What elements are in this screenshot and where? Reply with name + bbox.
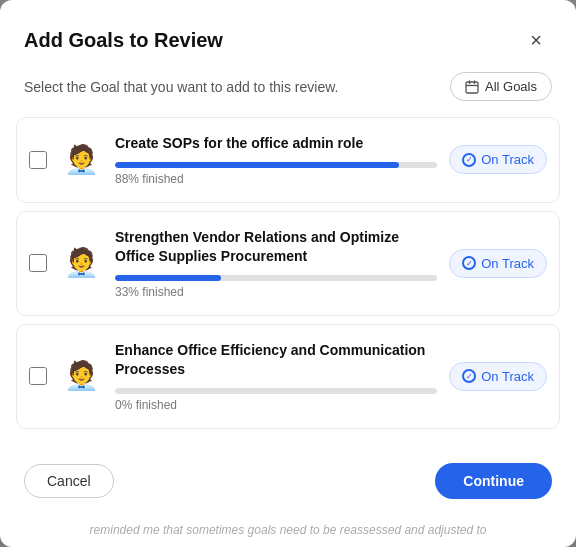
goal-status-3: ✓ On Track xyxy=(449,362,547,391)
goals-list: 🧑‍💼 Create SOPs for the office admin rol… xyxy=(0,117,576,447)
close-button[interactable]: × xyxy=(520,24,552,56)
modal-header: Add Goals to Review × xyxy=(0,0,576,72)
progress-fill-1 xyxy=(115,162,399,168)
progress-fill-2 xyxy=(115,275,221,281)
progress-track-2 xyxy=(115,275,437,281)
goal-title-3: Enhance Office Efficiency and Communicat… xyxy=(115,341,437,380)
calendar-icon xyxy=(465,80,479,94)
bottom-hint: reminded me that sometimes goals need to… xyxy=(0,523,576,547)
goal-checkbox-3[interactable] xyxy=(29,367,47,385)
goal-item-1: 🧑‍💼 Create SOPs for the office admin rol… xyxy=(16,117,560,203)
goal-avatar-3: 🧑‍💼 xyxy=(59,354,103,398)
status-badge-3: ✓ On Track xyxy=(449,362,547,391)
on-track-icon-1: ✓ xyxy=(462,153,476,167)
status-label-2: On Track xyxy=(481,256,534,271)
on-track-icon-2: ✓ xyxy=(462,256,476,270)
add-goals-modal: Add Goals to Review × Select the Goal th… xyxy=(0,0,576,547)
goal-progress-text-1: 88% finished xyxy=(115,172,437,186)
status-badge-2: ✓ On Track xyxy=(449,249,547,278)
goal-progress-text-3: 0% finished xyxy=(115,398,437,412)
goal-content-2: Strengthen Vendor Relations and Optimize… xyxy=(115,228,437,299)
goal-title-2: Strengthen Vendor Relations and Optimize… xyxy=(115,228,437,267)
goal-status-1: ✓ On Track xyxy=(449,145,547,174)
continue-button[interactable]: Continue xyxy=(435,463,552,499)
goal-content-1: Create SOPs for the office admin role 88… xyxy=(115,134,437,186)
modal-title: Add Goals to Review xyxy=(24,29,223,52)
goal-checkbox-1[interactable] xyxy=(29,151,47,169)
goal-item-2: 🧑‍💼 Strengthen Vendor Relations and Opti… xyxy=(16,211,560,316)
all-goals-button[interactable]: All Goals xyxy=(450,72,552,101)
progress-track-1 xyxy=(115,162,437,168)
subheader-text: Select the Goal that you want to add to … xyxy=(24,79,338,95)
goal-title-1: Create SOPs for the office admin role xyxy=(115,134,437,154)
goal-avatar-1: 🧑‍💼 xyxy=(59,138,103,182)
modal-subheader: Select the Goal that you want to add to … xyxy=(0,72,576,117)
status-badge-1: ✓ On Track xyxy=(449,145,547,174)
progress-track-3 xyxy=(115,388,437,394)
modal-footer: Cancel Continue xyxy=(0,447,576,523)
goal-content-3: Enhance Office Efficiency and Communicat… xyxy=(115,341,437,412)
goal-status-2: ✓ On Track xyxy=(449,249,547,278)
goal-checkbox-2[interactable] xyxy=(29,254,47,272)
cancel-button[interactable]: Cancel xyxy=(24,464,114,498)
all-goals-label: All Goals xyxy=(485,79,537,94)
on-track-icon-3: ✓ xyxy=(462,369,476,383)
svg-rect-0 xyxy=(466,82,478,93)
goal-item-3: 🧑‍💼 Enhance Office Efficiency and Commun… xyxy=(16,324,560,429)
goal-avatar-2: 🧑‍💼 xyxy=(59,241,103,285)
goal-progress-text-2: 33% finished xyxy=(115,285,437,299)
status-label-3: On Track xyxy=(481,369,534,384)
status-label-1: On Track xyxy=(481,152,534,167)
